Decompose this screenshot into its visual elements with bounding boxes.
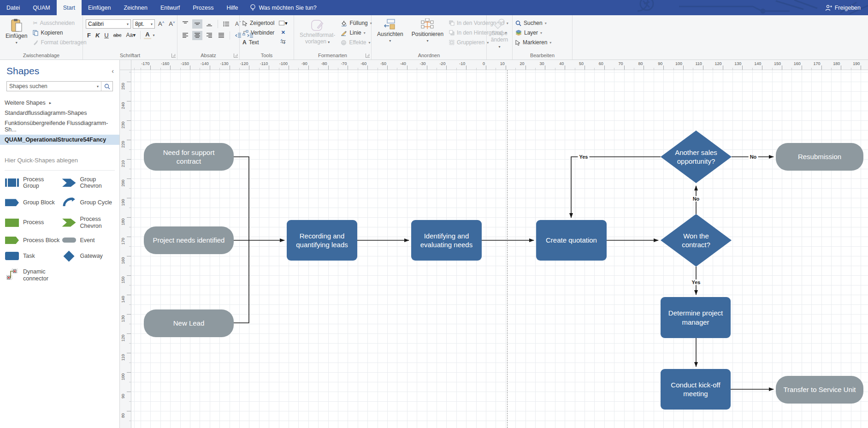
tab-hilfe[interactable]: Hilfe <box>220 0 244 15</box>
shape-styles-dialog-launcher[interactable] <box>366 54 370 58</box>
flowchart-node-newlead[interactable]: New Lead <box>144 309 234 337</box>
collapse-panel-button[interactable]: ‹ <box>112 67 114 75</box>
connector-line[interactable] <box>234 157 249 323</box>
copy-button[interactable]: Kopieren <box>33 29 86 37</box>
palette-item-process-block[interactable]: Process Block <box>5 237 61 244</box>
process-group-icon <box>5 178 19 187</box>
find-button[interactable]: Suchen▾ <box>515 19 551 27</box>
cut-button[interactable]: ✂ Ausschneiden <box>33 19 86 27</box>
shapes-panel: Shapes ‹ Shapes suchen ▾ Weitere Shapes▸… <box>0 60 120 428</box>
layers-button[interactable]: Layer▾ <box>515 29 551 37</box>
grow-font-button[interactable]: A˄ <box>157 20 165 27</box>
shrink-font-button[interactable]: A˅ <box>167 20 176 27</box>
align-shapes-button[interactable]: Ausrichten ▾ <box>374 17 406 44</box>
line-button[interactable]: Linie▾ <box>341 29 372 37</box>
bold-button[interactable]: F <box>86 32 92 39</box>
font-dialog-launcher[interactable] <box>171 54 176 58</box>
italic-button[interactable]: K <box>94 32 101 39</box>
tab-prozess[interactable]: Prozess <box>186 0 220 15</box>
connector-line[interactable] <box>571 157 661 218</box>
connection-point-tool-button[interactable] <box>277 37 289 46</box>
fill-button[interactable]: Füllung▾ <box>341 19 372 27</box>
align-top-button[interactable] <box>180 19 190 29</box>
font-size-select[interactable]: 8pt. ▾ <box>133 19 155 29</box>
stencil-item[interactable]: Standardflussdiagramm-Shapes <box>0 108 119 118</box>
ribbon: Einfügen ▾ ✂ Ausschneiden Kopieren <box>0 15 868 60</box>
flowchart-node-recording[interactable]: Recording and quantifying leads <box>287 220 357 261</box>
ruler-tick <box>723 65 723 70</box>
palette-item-gateway[interactable]: Gateway <box>62 251 118 261</box>
stencil-item[interactable]: Weitere Shapes▸ <box>0 98 119 108</box>
justify-button[interactable] <box>216 31 226 40</box>
position-caret-icon: ▾ <box>426 39 428 43</box>
align-left-button[interactable] <box>180 31 190 40</box>
position-button[interactable]: Positionieren ▾ <box>409 17 446 44</box>
tab-einfügen[interactable]: Einfügen <box>82 0 117 15</box>
effects-button[interactable]: Effekte▾ <box>341 38 372 47</box>
connector-tool-button[interactable]: Verbinder <box>242 29 274 37</box>
flowchart-node-resubmission[interactable]: Resubmission <box>776 143 863 171</box>
flowchart-node-determine-pm[interactable]: Determine project manager <box>661 297 731 338</box>
select-button[interactable]: Markieren▾ <box>515 38 551 47</box>
ruler-number: 80 <box>638 61 643 66</box>
ruler-number: -100 <box>279 61 288 66</box>
group-label-paragraph: Absatz <box>201 53 216 58</box>
font-color-button[interactable]: A <box>144 31 151 39</box>
align-bottom-button[interactable] <box>204 19 214 29</box>
change-shape-button[interactable]: Shapeändern ▾ <box>488 17 511 51</box>
palette-item-group-chevron[interactable]: Group Chevron <box>62 176 118 190</box>
ruler-number: 160 <box>794 61 801 66</box>
tab-zeichnen[interactable]: Zeichnen <box>117 0 154 15</box>
share-button[interactable]: Freigeben <box>818 0 868 15</box>
quick-styles-label-2: vorlagen <box>305 38 326 45</box>
palette-item-process-chevron[interactable]: Process Chevron <box>62 216 118 229</box>
font-name-select[interactable]: Calibri ▾ <box>86 19 131 29</box>
tab-datei[interactable]: Datei <box>0 0 26 15</box>
quick-styles-button[interactable]: Schnellformat-vorlagen ▾ <box>297 17 338 47</box>
palette-item-event[interactable]: Event <box>62 237 118 244</box>
flowchart-node-kickoff[interactable]: Conduct kick-off meeting <box>661 369 731 410</box>
align-center-button[interactable] <box>192 31 202 40</box>
text-tool-button[interactable]: A Text <box>242 38 274 47</box>
tab-start[interactable]: Start <box>57 0 82 15</box>
ruler-number: 60 <box>599 61 603 66</box>
search-icon[interactable] <box>101 83 112 89</box>
format-painter-button[interactable]: Format übertragen <box>33 38 86 47</box>
rectangle-tool-button[interactable]: ▾ <box>277 19 289 27</box>
connection-point-delete-button[interactable]: ✕ <box>277 28 289 36</box>
align-right-button[interactable] <box>204 31 214 40</box>
shapes-search-box[interactable]: Shapes suchen ▾ <box>6 81 113 91</box>
ruler-number: 220 <box>121 139 125 150</box>
search-dropdown-caret-icon[interactable]: ▾ <box>94 82 101 91</box>
ruler-number: -160 <box>161 61 169 66</box>
palette-item-process[interactable]: Process <box>5 216 61 229</box>
paste-button[interactable]: Einfügen ▾ <box>3 17 30 46</box>
tab-quam[interactable]: QUAM <box>26 0 57 15</box>
ruler-number: 30 <box>539 61 544 66</box>
tell-me-search[interactable]: Was möchten Sie tun? <box>244 0 322 15</box>
change-case-button[interactable]: Aa▾ <box>124 32 137 38</box>
palette-item-dynamic-connector[interactable]: Dynamic connector <box>5 268 61 282</box>
stencil-item[interactable]: Funktionsübergreifende Flussdiagramm-Sh.… <box>0 118 119 135</box>
align-middle-button[interactable] <box>192 19 202 29</box>
underline-button[interactable]: U <box>103 32 110 39</box>
bullets-button[interactable] <box>221 19 231 29</box>
group-label-shape-styles: Formenarten <box>318 53 347 58</box>
palette-item-task[interactable]: Task <box>5 251 61 261</box>
palette-item-group-block[interactable]: Group Block <box>5 197 61 208</box>
ruler-tick <box>486 65 486 70</box>
paragraph-dialog-launcher[interactable] <box>234 54 238 58</box>
flowchart-node-transfer[interactable]: Transfer to Service Unit <box>776 376 863 404</box>
flowchart-node-need[interactable]: Need for support contract <box>144 143 234 171</box>
flowchart-node-quotation[interactable]: Create quotation <box>536 220 607 261</box>
drawing-canvas[interactable]: Need for support contractProject needs i… <box>131 70 868 428</box>
font-size-caret-icon: ▾ <box>151 22 153 26</box>
flowchart-node-identifying[interactable]: Identifying and evaluating needs <box>411 220 482 261</box>
flowchart-node-project[interactable]: Project needs identified <box>144 226 234 254</box>
palette-item-process-group[interactable]: Process Group <box>5 176 61 190</box>
tab-entwurf[interactable]: Entwurf <box>154 0 186 15</box>
palette-item-group-cycle[interactable]: Group Cycle <box>62 197 118 208</box>
strikethrough-button[interactable]: abc <box>112 32 123 38</box>
stencil-item[interactable]: QUAM_OperationalStructure54Fancy <box>0 135 119 145</box>
pointer-tool-button[interactable]: Zeigertool <box>242 19 274 27</box>
